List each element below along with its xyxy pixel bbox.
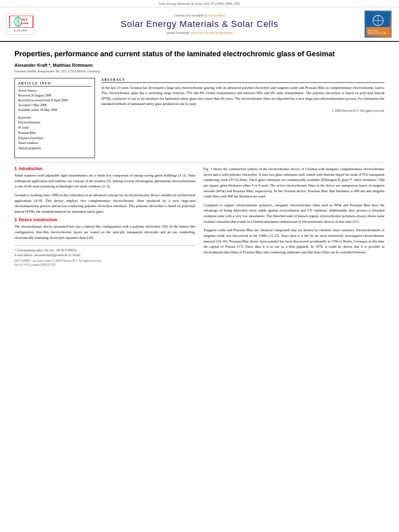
- abstract-col: ABSTRACT In the last 10 years Gesimat ha…: [101, 78, 385, 158]
- right-para-2: Compared to organic electrochromic polym…: [204, 203, 385, 225]
- abstract-text: In the last 10 years Gesimat has develop…: [101, 85, 385, 107]
- svg-text:Solar Energy: Solar Energy: [368, 30, 379, 32]
- issn-line: 0927-0248/$ - see front matter © 2009 El…: [14, 259, 195, 263]
- svg-text:EVIER: EVIER: [21, 22, 29, 25]
- divider: [14, 162, 385, 162]
- journal-homepage: journal homepage: www.elsevier.com/locat…: [39, 31, 360, 35]
- keywords-block: Keywords: Electrochromism W oxide Prussi…: [18, 116, 91, 151]
- author-names: Alexander Kraft *, Matthias Rottmann: [14, 63, 93, 68]
- journal-title: Solar Energy Materials & Solar Cells: [39, 19, 360, 29]
- journal-citation: Solar Energy Materials & Solar Cells 93 …: [159, 2, 241, 6]
- history-label: Article history:: [18, 89, 91, 92]
- article-title: Properties, performance and current stat…: [14, 49, 385, 59]
- top-bar: Solar Energy Materials & Solar Cells 93 …: [0, 0, 399, 7]
- bottom-info: 0927-0248/$ - see front matter © 2009 El…: [14, 259, 195, 267]
- article-info-heading: ARTICLE INFO: [18, 82, 91, 86]
- footnote-area: * Corresponding author. Tel./fax: +49 30…: [14, 245, 195, 257]
- doi-line: doi:10.1016/j.solmat.2009.05.010: [14, 263, 195, 267]
- journal-thumb: Solar Energy Materials & Solar Cells: [364, 10, 393, 38]
- history-block: Article history: Received 20 August 2008…: [18, 89, 91, 113]
- journal-header: ELS EVIER ELSEVIER Contents lists availa…: [0, 7, 399, 42]
- svg-rect-0: [10, 16, 33, 27]
- body-two-col: 1. Introduction Smart windows with adjus…: [14, 166, 385, 267]
- corresponding-note: * Corresponding author. Tel./fax: +49 30…: [14, 248, 195, 253]
- keyword-6: Optical properties: [18, 146, 91, 151]
- elsevier-logo-img: ELS EVIER: [9, 16, 33, 28]
- body-right: Fig. 1 shows the construction scheme of …: [204, 166, 385, 267]
- abstract-heading: ABSTRACT: [101, 78, 385, 83]
- article-info-box: ARTICLE INFO Article history: Received 2…: [14, 78, 95, 158]
- authors: Alexander Kraft *, Matthias Rottmann: [14, 63, 385, 68]
- svg-text:Materials & Solar Cells: Materials & Solar Cells: [368, 32, 387, 34]
- right-para-1: Fig. 1 shows the construction scheme of …: [204, 166, 385, 199]
- keyword-1: Electrochromism: [18, 120, 91, 125]
- section-2-title: 2. Device construction: [14, 218, 195, 222]
- right-para-3: Tungsten oxide and Prussian Blue are che…: [204, 228, 385, 255]
- keywords-list: Electrochromism W oxide Prussian Blue Po…: [18, 120, 91, 151]
- sciencedirect-link[interactable]: ScienceDirect: [208, 14, 226, 17]
- received-date: Received 20 August 2008 Received in revi…: [18, 93, 91, 113]
- elsevier-label: ELSEVIER: [9, 29, 32, 33]
- elsevier-logo: ELS EVIER ELSEVIER: [6, 14, 35, 35]
- section-2-para-1: The electrochromic device presented here…: [14, 224, 195, 240]
- email-note: E-mail address: alexanderkraft@gesimat.d…: [14, 253, 195, 257]
- affiliation: Gesimat GmbH, Koepenicker Str. 325, 1255…: [14, 69, 385, 73]
- keyword-2: W oxide: [18, 125, 91, 131]
- copyright-line: © 2009 Elsevier B.V. All rights reserved…: [101, 109, 385, 113]
- keyword-3: Prussian Blue: [18, 131, 91, 136]
- section-1-para-1: Smart windows with adjustable light tran…: [14, 173, 195, 189]
- keyword-5: Smart windows: [18, 141, 91, 146]
- keyword-4: Polymer electrolyte: [18, 136, 91, 141]
- svg-text:ELS: ELS: [22, 18, 28, 21]
- homepage-link[interactable]: www.elsevier.com/locate/solmat: [191, 31, 233, 35]
- keywords-label: Keywords:: [18, 116, 91, 119]
- journal-cover-image: Solar Energy Materials & Solar Cells: [364, 10, 392, 38]
- section-1-title: 1. Introduction: [14, 166, 195, 171]
- section-1-para-2: Gesimat is working since 1998 on the rea…: [14, 193, 195, 215]
- article-meta-row: ARTICLE INFO Article history: Received 2…: [14, 78, 385, 158]
- body-left: 1. Introduction Smart windows with adjus…: [14, 166, 195, 267]
- article-container: Properties, performance and current stat…: [0, 42, 399, 271]
- sciencedirect-line: Contents lists available at ScienceDirec…: [39, 14, 360, 17]
- header-center: Contents lists available at ScienceDirec…: [39, 14, 360, 35]
